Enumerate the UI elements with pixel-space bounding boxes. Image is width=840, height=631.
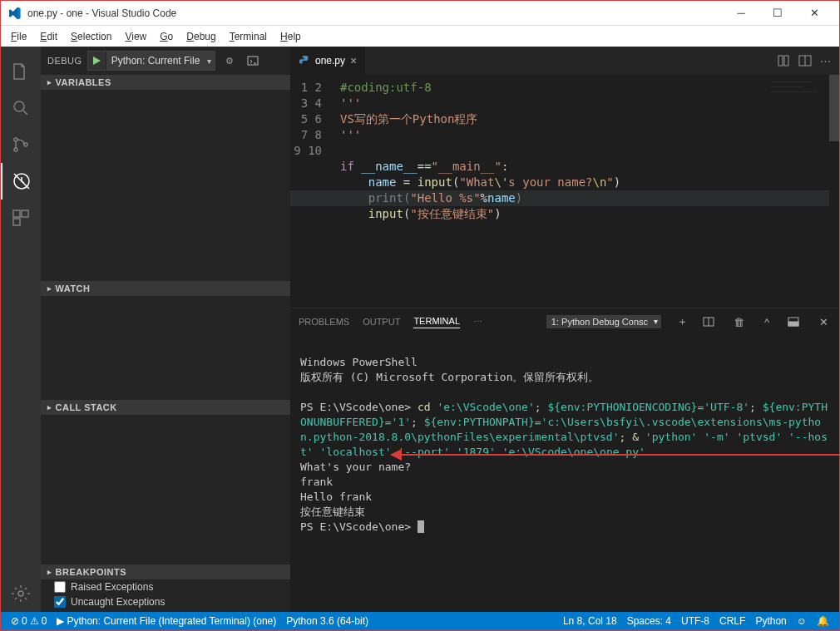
status-errors[interactable]: ⊘0 ⚠0 <box>6 615 52 627</box>
svg-point-0 <box>14 101 24 111</box>
compare-icon[interactable] <box>777 54 790 67</box>
panel-more-icon[interactable]: ⋯ <box>473 317 482 328</box>
status-bar: ⊘0 ⚠0 ▶ Python: Current File (Integrated… <box>1 612 839 630</box>
breakpoint-raised[interactable]: Raised Exceptions <box>41 579 290 594</box>
vscode-logo-icon <box>7 7 21 20</box>
debug-settings-icon[interactable]: ⚙ <box>220 52 239 70</box>
svg-rect-11 <box>778 56 783 66</box>
panel-tab-output[interactable]: OUTPUT <box>363 317 400 327</box>
status-python[interactable]: Python 3.6 (64-bit) <box>281 615 373 627</box>
debug-icon[interactable] <box>1 163 41 200</box>
watch-section[interactable]: WATCH <box>41 281 290 296</box>
status-feedback-icon[interactable]: ☺ <box>792 615 812 627</box>
svg-rect-6 <box>13 210 20 217</box>
maximize-panel-icon[interactable]: ^ <box>759 316 774 328</box>
debug-config-name[interactable]: Python: Current File <box>106 55 215 67</box>
tab-one-py[interactable]: one.py × <box>290 47 366 75</box>
close-button[interactable]: ✕ <box>796 2 833 25</box>
activity-bar <box>1 47 41 612</box>
editor-tab-bar: one.py × ⋯ <box>290 47 839 75</box>
menu-file[interactable]: File <box>4 29 33 44</box>
status-encoding[interactable]: UTF-8 <box>676 615 714 627</box>
code-content[interactable]: #coding:utf-8 ''' VS写的第一个Python程序 ''' if… <box>332 75 839 308</box>
status-notifications-icon[interactable]: 🔔 <box>812 615 834 627</box>
start-debug-button[interactable] <box>88 52 106 70</box>
debug-config-selector[interactable]: Python: Current File <box>87 51 216 71</box>
svg-rect-10 <box>248 57 258 65</box>
variables-section[interactable]: VARIABLES <box>41 75 290 90</box>
settings-gear-icon[interactable] <box>1 575 41 612</box>
close-tab-icon[interactable]: × <box>350 54 357 67</box>
menu-go[interactable]: Go <box>153 29 180 44</box>
menu-terminal[interactable]: Terminal <box>223 29 274 44</box>
terminal-cursor <box>418 520 424 533</box>
source-control-icon[interactable] <box>1 126 41 163</box>
scroll-track[interactable] <box>829 75 839 308</box>
code-editor[interactable]: 1 2 3 4 5 6 7 8 9 10 #coding:utf-8 ''' V… <box>290 75 839 308</box>
svg-point-1 <box>14 138 17 141</box>
svg-point-9 <box>18 591 23 596</box>
menu-debug[interactable]: Debug <box>180 29 222 44</box>
tab-label: one.py <box>315 55 345 67</box>
minimap[interactable] <box>771 80 829 130</box>
search-icon[interactable] <box>1 90 41 126</box>
annotation-arrow <box>398 454 839 456</box>
menu-bar: File Edit Selection View Go Debug Termin… <box>1 26 839 47</box>
menu-view[interactable]: View <box>118 29 153 44</box>
debug-side-panel: DEBUG Python: Current File ⚙ VARIABLES W… <box>41 47 290 612</box>
bottom-panel: PROBLEMS OUTPUT TERMINAL ⋯ 1: Python Deb… <box>290 308 839 612</box>
status-spaces[interactable]: Spaces: 4 <box>622 615 676 627</box>
menu-edit[interactable]: Edit <box>33 29 64 44</box>
window-title: one.py - one - Visual Studio Code <box>27 7 723 19</box>
close-panel-icon[interactable]: ✕ <box>816 316 831 328</box>
svg-rect-12 <box>784 56 788 66</box>
status-launch[interactable]: ▶ Python: Current File (Integrated Termi… <box>52 615 281 627</box>
maximize-button[interactable]: ☐ <box>759 2 796 25</box>
scroll-thumb[interactable] <box>829 75 839 141</box>
new-terminal-icon[interactable]: ＋ <box>674 314 689 329</box>
debug-console-icon[interactable] <box>244 52 262 70</box>
terminal-content[interactable]: Windows PowerShell 版权所有 (C) Microsoft Co… <box>290 335 839 612</box>
python-file-icon <box>299 55 310 67</box>
panel-tab-problems[interactable]: PROBLEMS <box>299 317 349 327</box>
breakpoint-uncaught[interactable]: Uncaught Exceptions <box>41 594 290 609</box>
kill-terminal-icon[interactable]: 🗑 <box>731 316 746 328</box>
title-bar: one.py - one - Visual Studio Code ─ ☐ ✕ <box>1 1 839 26</box>
status-language[interactable]: Python <box>750 615 791 627</box>
split-terminal-icon[interactable] <box>703 316 718 328</box>
minimize-button[interactable]: ─ <box>723 2 759 25</box>
panel-tab-terminal[interactable]: TERMINAL <box>413 316 460 328</box>
breakpoints-section[interactable]: BREAKPOINTS <box>41 564 290 579</box>
split-editor-icon[interactable] <box>798 54 812 67</box>
debug-label: DEBUG <box>47 56 82 66</box>
status-position[interactable]: Ln 8, Col 18 <box>558 615 622 627</box>
status-eol[interactable]: CRLF <box>714 615 750 627</box>
breakpoint-uncaught-label: Uncaught Exceptions <box>71 596 165 608</box>
svg-rect-18 <box>788 322 798 326</box>
toggle-panel-icon[interactable] <box>788 316 803 328</box>
extensions-icon[interactable] <box>1 200 41 236</box>
more-actions-icon[interactable]: ⋯ <box>820 55 831 67</box>
callstack-section[interactable]: CALL STACK <box>41 400 290 415</box>
svg-rect-7 <box>22 210 28 217</box>
terminal-selector[interactable]: 1: Python Debug Consc <box>546 315 661 328</box>
annotation-arrowhead <box>390 449 402 461</box>
svg-rect-8 <box>13 219 20 225</box>
menu-help[interactable]: Help <box>274 29 308 44</box>
explorer-icon[interactable] <box>1 53 41 90</box>
svg-point-2 <box>14 148 17 151</box>
menu-selection[interactable]: Selection <box>64 29 118 44</box>
breakpoint-raised-label: Raised Exceptions <box>71 581 153 593</box>
